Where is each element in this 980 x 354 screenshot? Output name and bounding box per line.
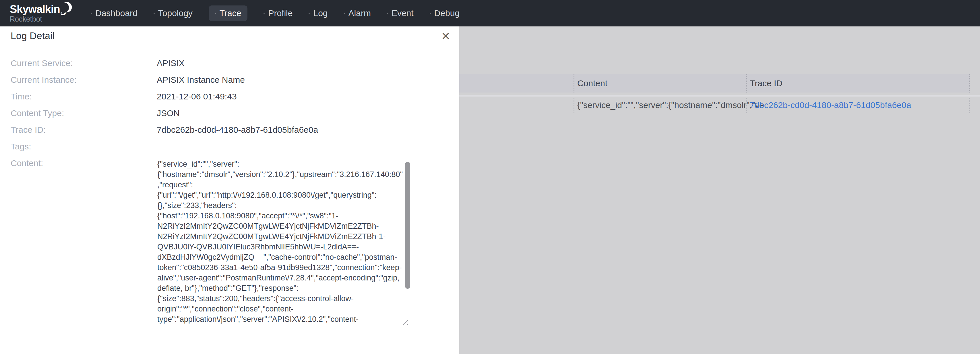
- modal-title: Log Detail: [11, 30, 54, 41]
- log-table-row[interactable]: {"service_id":"","server":{"hostname":"d…: [459, 97, 980, 114]
- log-detail-modal: Log Detail ✕ Current Service: APISIX Cur…: [0, 26, 459, 354]
- nav-item-dot-icon: [91, 13, 92, 14]
- close-icon[interactable]: ✕: [441, 30, 450, 42]
- nav-item-dashboard[interactable]: Dashboard: [91, 8, 137, 18]
- skywalking-logo: Skywalking Rocketbot: [10, 3, 79, 23]
- field-content-type: Content Type: JSON: [11, 109, 441, 118]
- skywalking-crescent-icon: [60, 1, 73, 15]
- field-label: Time:: [11, 92, 157, 101]
- column-divider: [969, 74, 970, 92]
- nav-item-topology[interactable]: Topology: [154, 8, 192, 18]
- column-divider: [746, 98, 747, 113]
- nav-item-label: Debug: [434, 8, 460, 18]
- column-divider: [746, 74, 747, 92]
- nav-item-dot-icon: [430, 13, 431, 14]
- field-label: Content:: [11, 159, 157, 326]
- log-table-header: Content Trace ID: [459, 74, 970, 92]
- nav-item-dot-icon: [154, 13, 155, 14]
- nav-item-label: Alarm: [348, 8, 371, 18]
- column-divider: [969, 98, 970, 113]
- field-label: Tags:: [11, 142, 157, 151]
- textarea-scrollbar-thumb[interactable]: [405, 162, 410, 289]
- field-tags: Tags:: [11, 142, 441, 151]
- column-header-trace-id: Trace ID: [750, 74, 783, 92]
- nav-item-dot-icon: [309, 13, 310, 14]
- nav-item-dot-icon: [264, 13, 265, 14]
- field-label: Current Instance:: [11, 76, 157, 84]
- nav-item-trace[interactable]: Trace: [209, 5, 248, 21]
- field-value: APISIX: [157, 59, 185, 67]
- nav-menu: Dashboard Topology Trace Profile Log Ala…: [91, 5, 460, 21]
- field-value: JSON: [157, 109, 180, 118]
- field-current-service: Current Service: APISIX: [11, 59, 441, 67]
- column-divider: [574, 98, 574, 113]
- nav-item-log[interactable]: Log: [309, 8, 328, 18]
- nav-item-label: Log: [313, 8, 328, 18]
- nav-item-event[interactable]: Event: [387, 8, 414, 18]
- top-nav: Skywalking Rocketbot Dashboard Topology …: [0, 0, 980, 26]
- nav-item-label: Trace: [220, 8, 242, 18]
- logo-subtitle: Rocketbot: [10, 15, 79, 23]
- log-content-textarea[interactable]: {"service_id":"","server":{"hostname":"d…: [157, 158, 411, 326]
- field-label: Current Service:: [11, 59, 157, 67]
- field-value: APISIX Instance Name: [157, 76, 245, 84]
- field-time: Time: 2021-12-06 01:49:43: [11, 92, 441, 101]
- nav-item-dot-icon: [387, 13, 388, 14]
- field-value: 2021-12-06 01:49:43: [157, 92, 237, 101]
- nav-item-label: Topology: [158, 8, 192, 18]
- dimmed-log-table-background: Content Trace ID {"service_id":"","serve…: [459, 26, 980, 354]
- nav-item-dot-icon: [215, 13, 216, 14]
- field-label: Trace ID:: [11, 126, 157, 134]
- row-trace-id-link[interactable]: 7dbc262b-cd0d-4180-a8b7-61d05bfa6e0a: [750, 97, 911, 114]
- nav-item-profile[interactable]: Profile: [264, 8, 293, 18]
- nav-item-dot-icon: [344, 13, 345, 14]
- field-current-instance: Current Instance: APISIX Instance Name: [11, 76, 441, 84]
- nav-item-label: Profile: [268, 8, 293, 18]
- column-header-content: Content: [577, 74, 608, 92]
- nav-item-alarm[interactable]: Alarm: [344, 8, 371, 18]
- log-detail-fields: Current Service: APISIX Current Instance…: [11, 59, 441, 326]
- field-label: Content Type:: [11, 109, 157, 118]
- row-content-preview: {"service_id":"","server":{"hostname":"d…: [577, 97, 771, 114]
- field-value: 7dbc262b-cd0d-4180-a8b7-61d05bfa6e0a: [157, 126, 318, 134]
- field-content: Content: {"service_id":"","server":{"hos…: [11, 159, 441, 326]
- nav-item-label: Event: [391, 8, 414, 18]
- nav-item-label: Dashboard: [95, 8, 137, 18]
- nav-item-debug[interactable]: Debug: [430, 8, 460, 18]
- field-trace-id: Trace ID: 7dbc262b-cd0d-4180-a8b7-61d05b…: [11, 126, 441, 134]
- column-divider: [574, 74, 574, 92]
